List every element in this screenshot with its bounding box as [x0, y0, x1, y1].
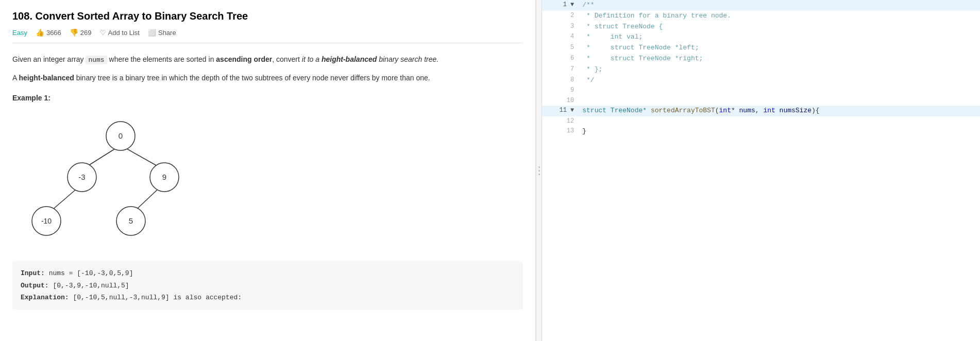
- code-line-6: * struct TreeNode *right;: [580, 54, 980, 64]
- code-table: 1 ▼/**2 * Definition for a binary tree n…: [542, 0, 980, 137]
- desc-text-1: Given an integer array: [12, 55, 84, 63]
- code-line-10: [580, 96, 980, 106]
- line-number-3: 3: [542, 22, 576, 32]
- code-area[interactable]: 1 ▼/**2 * Definition for a binary tree n…: [542, 0, 980, 341]
- line-number-7: 7: [542, 64, 576, 75]
- desc-p2-end: binary tree is a binary tree in which th…: [76, 74, 430, 82]
- expand-dots-11: [576, 106, 580, 116]
- left-panel: 108. Convert Sorted Array to Binary Sear…: [0, 0, 536, 341]
- svg-text:9: 9: [162, 173, 166, 181]
- code-line-1: /**: [580, 0, 980, 11]
- heart-icon: ♡: [100, 29, 106, 37]
- explanation-line: Explanation: [0,-10,5,null,-3,null,9] is…: [21, 292, 515, 303]
- line-number-11: 11 ▼: [542, 106, 576, 116]
- line-number-6: 6: [542, 54, 576, 64]
- expand-dots-10: [576, 96, 580, 106]
- desc-italic-2: binary search tree.: [379, 55, 438, 63]
- tree-diagram: 0 -3 9 -10 5: [23, 110, 523, 251]
- desc-italic: it to a: [302, 55, 319, 63]
- problem-title-text: Convert Sorted Array to Binary Search Tr…: [36, 10, 248, 22]
- nums-code: nums: [86, 56, 107, 64]
- input-label: Input:: [21, 269, 45, 277]
- share-label: Share: [158, 29, 176, 37]
- desc-bold-italic: height-balanced: [322, 55, 377, 63]
- line-number-1: 1 ▼: [542, 0, 576, 11]
- svg-text:-3: -3: [78, 173, 85, 181]
- code-line-7: * };: [580, 64, 980, 75]
- expand-dots-12: [576, 116, 580, 126]
- line-number-12: 12: [542, 116, 576, 126]
- add-to-list-button[interactable]: ♡ Add to List: [100, 29, 140, 37]
- expand-dots-3: [576, 22, 580, 32]
- bst-tree-svg: 0 -3 9 -10 5: [23, 110, 218, 249]
- expand-dots-1: [576, 0, 580, 11]
- line-number-9: 9: [542, 86, 576, 95]
- example-1-title: Example 1:: [12, 94, 523, 102]
- line-number-2: 2: [542, 11, 576, 22]
- code-line-5: * struct TreeNode *left;: [580, 43, 980, 54]
- problem-number: 108: [12, 10, 29, 22]
- likes-item: 👍 3666: [36, 28, 61, 37]
- expand-dots-5: [576, 43, 580, 54]
- line-number-5: 5: [542, 43, 576, 54]
- code-line-12: [580, 116, 980, 126]
- desc-bold-2: height-balanced: [19, 74, 74, 82]
- expand-dots-4: [576, 32, 580, 43]
- code-line-9: [580, 86, 980, 95]
- expand-dots-2: [576, 11, 580, 22]
- svg-text:5: 5: [129, 216, 133, 225]
- code-line-3: * struct TreeNode {: [580, 22, 980, 32]
- share-icon: ⬜: [148, 29, 156, 37]
- input-value: nums = [-10,-3,0,5,9]: [49, 269, 133, 277]
- code-line-2: * Definition for a binary tree node.: [580, 11, 980, 22]
- desc-bold-1: ascending order: [216, 55, 272, 63]
- expand-dots-8: [576, 75, 580, 86]
- problem-title: 108. Convert Sorted Array to Binary Sear…: [12, 10, 523, 22]
- code-line-8: */: [580, 75, 980, 86]
- code-line-13: }: [580, 126, 980, 137]
- code-editor-panel: 1 ▼/**2 * Definition for a binary tree n…: [542, 0, 980, 341]
- likes-count: 3666: [46, 29, 61, 37]
- meta-row: Easy 👍 3666 👎 269 ♡ Add to List ⬜ Share: [12, 28, 523, 43]
- desc-text-3: , convert: [272, 55, 300, 63]
- desc-text-2: where the elements are sorted in: [109, 55, 214, 63]
- problem-description: Given an integer array nums where the el…: [12, 54, 523, 83]
- thumbs-up-icon: 👍: [36, 28, 44, 37]
- line-number-4: 4: [542, 32, 576, 43]
- code-line-4: * int val;: [580, 32, 980, 43]
- line-number-8: 8: [542, 75, 576, 86]
- expand-dots-6: [576, 54, 580, 64]
- output-line: Output: [0,-3,9,-10,null,5]: [21, 280, 515, 292]
- thumbs-down-icon: 👎: [70, 28, 78, 37]
- dislikes-item: 👎 269: [70, 28, 92, 37]
- share-button[interactable]: ⬜ Share: [148, 29, 176, 37]
- line-number-13: 13: [542, 126, 576, 137]
- add-to-list-label: Add to List: [108, 29, 140, 37]
- expand-dots-13: [576, 126, 580, 137]
- code-line-11: struct TreeNode* sortedArrayToBST(int* n…: [580, 106, 980, 116]
- output-label: Output:: [21, 282, 49, 289]
- expand-dots-7: [576, 64, 580, 75]
- resize-handle[interactable]: [536, 0, 542, 341]
- output-value: [0,-3,9,-10,null,5]: [53, 282, 129, 289]
- explanation-label: Explanation:: [21, 294, 69, 301]
- dislikes-count: 269: [80, 29, 92, 37]
- explanation-value: [0,-10,5,null,-3,null,9] is also accepte…: [73, 294, 242, 301]
- svg-text:0: 0: [119, 131, 123, 140]
- difficulty-badge: Easy: [12, 29, 27, 37]
- line-number-10: 10: [542, 96, 576, 106]
- expand-dots-9: [576, 86, 580, 95]
- desc-p2-start: A: [12, 74, 17, 82]
- svg-text:-10: -10: [41, 217, 52, 225]
- input-line: Input: nums = [-10,-3,0,5,9]: [21, 267, 515, 279]
- example-1-box: Input: nums = [-10,-3,0,5,9] Output: [0,…: [12, 261, 523, 310]
